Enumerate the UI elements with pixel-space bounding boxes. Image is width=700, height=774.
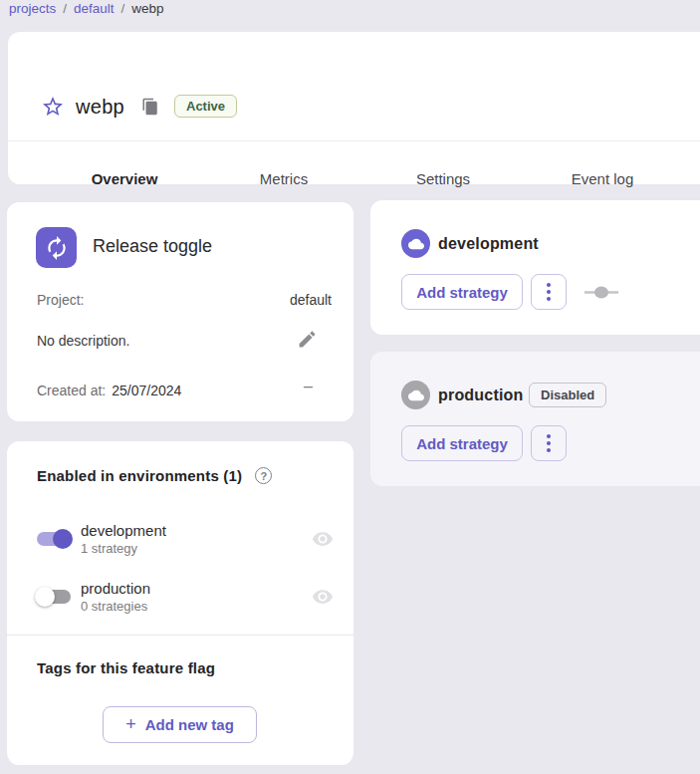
page-title: webp bbox=[76, 96, 124, 119]
environment-strategy-count: 1 strategy bbox=[81, 541, 312, 556]
description-text: No description. bbox=[37, 333, 129, 349]
created-row: Created at:25/07/2024 bbox=[37, 382, 332, 399]
flag-metadata-card: Release toggle Project: default No descr… bbox=[7, 202, 353, 421]
more-options-kebab-button[interactable] bbox=[531, 425, 567, 461]
environment-card-production: production Disabled Add strategy bbox=[370, 352, 700, 486]
visibility-eye-icon[interactable] bbox=[312, 586, 334, 608]
breadcrumb-current: webp bbox=[131, 1, 163, 16]
add-new-tag-button[interactable]: + Add new tag bbox=[103, 706, 257, 743]
environments-heading-row: Enabled in environments (1) ? bbox=[37, 467, 272, 484]
project-value: default bbox=[290, 292, 332, 308]
edit-description-icon[interactable] bbox=[297, 329, 318, 350]
feature-flag-page: projects / default / webp webp Active Ov… bbox=[0, 0, 700, 774]
project-label: Project: bbox=[37, 292, 84, 308]
add-new-tag-label: Add new tag bbox=[145, 716, 234, 733]
release-toggle-icon bbox=[36, 227, 77, 268]
production-toggle[interactable] bbox=[35, 587, 73, 607]
cloud-icon bbox=[401, 381, 430, 409]
environment-name: development bbox=[81, 522, 312, 539]
more-options-kebab-button[interactable] bbox=[531, 274, 567, 310]
environment-card-title: development bbox=[438, 235, 539, 253]
favorite-star-icon[interactable] bbox=[41, 95, 65, 119]
environment-card-title: production bbox=[438, 387, 524, 404]
breadcrumb-projects[interactable]: projects bbox=[9, 1, 56, 16]
add-strategy-button[interactable]: Add strategy bbox=[401, 425, 523, 461]
breadcrumb-separator: / bbox=[63, 1, 67, 16]
title-row: webp Active bbox=[8, 32, 700, 141]
disabled-badge: Disabled bbox=[529, 383, 606, 407]
cloud-icon bbox=[401, 229, 430, 258]
side-panel-card: Enabled in environments (1) ? developmen… bbox=[7, 441, 353, 765]
visibility-eye-icon[interactable] bbox=[312, 528, 334, 550]
connection-status-icon bbox=[584, 285, 618, 298]
flag-type-label: Release toggle bbox=[93, 236, 212, 257]
created-label: Created at: bbox=[37, 383, 106, 398]
created-value: 25/07/2024 bbox=[112, 383, 181, 398]
collapse-icon[interactable]: – bbox=[304, 378, 313, 395]
description-row: No description. bbox=[37, 333, 332, 349]
plus-icon: + bbox=[125, 714, 136, 735]
environment-name: production bbox=[81, 580, 312, 597]
section-divider bbox=[7, 635, 353, 636]
environment-strategy-count: 0 strategies bbox=[81, 599, 312, 614]
breadcrumb: projects / default / webp bbox=[9, 1, 164, 16]
development-toggle[interactable] bbox=[35, 529, 73, 549]
status-badge: Active bbox=[174, 95, 237, 118]
breadcrumb-default[interactable]: default bbox=[74, 1, 115, 16]
environment-card-development: development Add strategy bbox=[370, 200, 700, 335]
project-row: Project: default bbox=[37, 292, 332, 308]
help-icon[interactable]: ? bbox=[255, 467, 272, 484]
copy-icon[interactable] bbox=[141, 98, 159, 116]
add-strategy-button[interactable]: Add strategy bbox=[401, 274, 523, 310]
environment-row-development: development 1 strategy bbox=[35, 519, 334, 559]
environment-row-production: production 0 strategies bbox=[35, 577, 334, 617]
environments-heading: Enabled in environments (1) bbox=[37, 467, 242, 484]
breadcrumb-separator: / bbox=[121, 1, 125, 16]
header-card: webp Active Overview Metrics Settings Ev… bbox=[8, 32, 700, 184]
tags-heading: Tags for this feature flag bbox=[37, 659, 215, 676]
